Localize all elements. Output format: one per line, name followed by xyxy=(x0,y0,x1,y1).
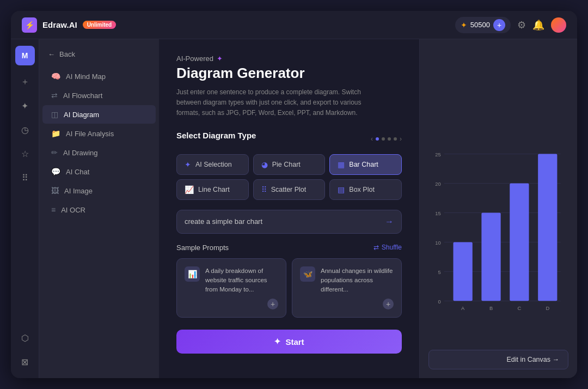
next-arrow[interactable]: › xyxy=(400,135,402,143)
sidebar-item-trash[interactable]: ⊠ xyxy=(15,352,35,372)
diagram-btn-label: Box Plot xyxy=(349,186,375,193)
unlimited-badge: Unlimited xyxy=(83,21,117,29)
page-title: Diagram Generator xyxy=(176,65,402,82)
line-chart-icon: 📈 xyxy=(185,185,194,194)
sidebar-item-star[interactable]: ☆ xyxy=(15,144,35,163)
prompts-title: Sample Prompts xyxy=(176,244,229,252)
nav-item-label: AI Chat xyxy=(66,168,89,176)
main-layout: M ＋ ✦ ◷ ☆ ⠿ ⬡ ⊠ ← Back 🧠 AI Mind Map ⇄ A… xyxy=(11,39,577,378)
logo-text: Edraw.AI xyxy=(42,20,77,29)
prev-arrow[interactable]: ‹ xyxy=(371,135,373,143)
back-label: Back xyxy=(59,50,75,58)
prompt-card-icon-traffic: 📊 xyxy=(185,266,200,282)
ai-diagram-icon: ◫ xyxy=(51,110,58,119)
sidebar-item-add[interactable]: ＋ xyxy=(15,72,35,92)
sidebar-item-m[interactable]: M xyxy=(15,46,35,65)
prompt-card-top: 🦋 Annual changes in wildlife populations… xyxy=(300,266,394,295)
pie-chart-icon: ◕ xyxy=(261,160,268,169)
nav-item-ai-file-analysis[interactable]: 📁 AI File Analysis xyxy=(42,124,156,143)
pag-dot-3 xyxy=(388,137,391,141)
nav-item-ai-mind-map[interactable]: 🧠 AI Mind Map xyxy=(42,67,156,86)
svg-text:0: 0 xyxy=(438,299,440,305)
header: ⚡ Edraw.AI Unlimited ✦ 50500 + ⚙ 🔔 xyxy=(11,11,577,39)
svg-text:10: 10 xyxy=(435,240,440,246)
diagram-btn-label: Scatter Plot xyxy=(271,186,307,193)
prompt-card-text-wildlife: Annual changes in wildlife populations a… xyxy=(321,266,394,295)
left-nav: ← Back 🧠 AI Mind Map ⇄ AI Flowchart ◫ AI… xyxy=(39,39,159,378)
sidebar-item-bucket[interactable]: ⬡ xyxy=(15,328,35,348)
nav-item-ai-ocr[interactable]: ≡ AI OCR xyxy=(42,200,156,219)
page-description: Just enter one sentence to produce a com… xyxy=(176,87,383,119)
pagination-dots: ‹ › xyxy=(371,135,402,143)
nav-item-label: AI Mind Map xyxy=(66,72,106,81)
back-arrow-icon: ← xyxy=(48,50,55,58)
prompt-card-traffic[interactable]: 📊 A daily breakdown of website traffic s… xyxy=(176,258,286,318)
nav-item-label: AI OCR xyxy=(61,206,85,214)
nav-item-label: AI Diagram xyxy=(64,111,99,119)
bar-chart-icon: ▦ xyxy=(338,160,345,169)
nav-item-ai-image[interactable]: 🖼 AI Image xyxy=(42,181,156,200)
shuffle-label: Shuffle xyxy=(382,244,402,251)
sidebar-item-users[interactable]: ⠿ xyxy=(15,168,35,187)
coins-value: 50500 xyxy=(470,21,490,29)
svg-rect-12 xyxy=(454,242,473,301)
diagram-btn-label: Bar Chart xyxy=(349,161,378,168)
start-button[interactable]: ✦ Start xyxy=(176,330,402,354)
add-coins-button[interactable]: + xyxy=(493,19,505,31)
ai-file-analysis-icon: 📁 xyxy=(51,129,60,138)
pag-dot-1 xyxy=(376,137,379,141)
nav-item-label: AI File Analysis xyxy=(66,130,114,138)
diagram-btn-box-plot[interactable]: ▤ Box Plot xyxy=(329,179,402,200)
diagram-btn-ai-selection[interactable]: ✦ AI Selection xyxy=(176,154,249,175)
content-area: AI-Powered ✦ Diagram Generator Just ente… xyxy=(159,39,419,378)
prompt-input[interactable] xyxy=(185,217,385,226)
settings-icon[interactable]: ⚙ xyxy=(517,19,526,31)
prompt-card-wildlife[interactable]: 🦋 Annual changes in wildlife populations… xyxy=(292,258,402,318)
diagram-btn-label: AI Selection xyxy=(195,161,232,168)
pag-dot-2 xyxy=(382,137,385,141)
avatar[interactable] xyxy=(551,17,566,33)
nav-item-ai-diagram[interactable]: ◫ AI Diagram xyxy=(42,105,156,124)
nav-item-ai-flowchart[interactable]: ⇄ AI Flowchart xyxy=(42,86,156,105)
prompt-card-footer: + xyxy=(300,299,394,309)
nav-item-ai-drawing[interactable]: ✏ AI Drawing xyxy=(42,143,156,162)
svg-rect-13 xyxy=(481,213,500,301)
svg-text:B: B xyxy=(489,306,493,311)
ai-drawing-icon: ✏ xyxy=(51,148,58,157)
sidebar-item-clock[interactable]: ◷ xyxy=(15,120,35,139)
nav-item-label: AI Image xyxy=(64,187,93,195)
diagram-btn-line-chart[interactable]: 📈 Line Chart xyxy=(176,179,249,200)
edit-canvas-button[interactable]: Edit in Canvas → xyxy=(428,350,568,369)
diagram-btn-label: Pie Chart xyxy=(272,161,301,168)
chart-preview: 25 20 15 10 5 0 xyxy=(420,39,577,341)
diagram-btn-pie-chart[interactable]: ◕ Pie Chart xyxy=(253,154,326,175)
prompt-input-wrapper: → xyxy=(176,210,402,234)
notification-icon[interactable]: 🔔 xyxy=(532,19,544,31)
right-panel: 25 20 15 10 5 0 xyxy=(419,39,577,378)
prompt-add-button-traffic[interactable]: + xyxy=(267,299,278,309)
header-right: ✦ 50500 + ⚙ 🔔 xyxy=(455,17,566,33)
start-icon: ✦ xyxy=(274,337,281,347)
svg-text:C: C xyxy=(518,306,522,311)
prompt-add-button-wildlife[interactable]: + xyxy=(383,299,394,309)
sidebar-item-sparkle[interactable]: ✦ xyxy=(15,96,35,116)
svg-rect-14 xyxy=(510,184,529,301)
nav-item-label: AI Flowchart xyxy=(63,92,102,100)
ai-mind-map-icon: 🧠 xyxy=(51,72,60,81)
ai-flowchart-icon: ⇄ xyxy=(51,91,58,100)
start-label: Start xyxy=(285,337,304,347)
back-button[interactable]: ← Back xyxy=(39,46,159,63)
prompts-grid: 📊 A daily breakdown of website traffic s… xyxy=(176,258,402,318)
shuffle-button[interactable]: ⇄ Shuffle xyxy=(373,244,402,251)
scatter-plot-icon: ⠿ xyxy=(261,185,267,194)
svg-text:A: A xyxy=(461,306,465,311)
ai-chat-icon: 💬 xyxy=(51,167,60,176)
ai-powered-label: AI-Powered ✦ xyxy=(176,54,402,63)
select-type-label: Select Diagram Type xyxy=(176,131,256,140)
diagram-type-header: Select Diagram Type ‹ › xyxy=(176,131,402,148)
nav-item-ai-chat[interactable]: 💬 AI Chat xyxy=(42,162,156,181)
input-submit-arrow[interactable]: → xyxy=(385,217,394,227)
box-plot-icon: ▤ xyxy=(338,185,345,194)
diagram-btn-scatter-plot[interactable]: ⠿ Scatter Plot xyxy=(253,179,326,200)
diagram-btn-bar-chart[interactable]: ▦ Bar Chart xyxy=(329,154,402,175)
